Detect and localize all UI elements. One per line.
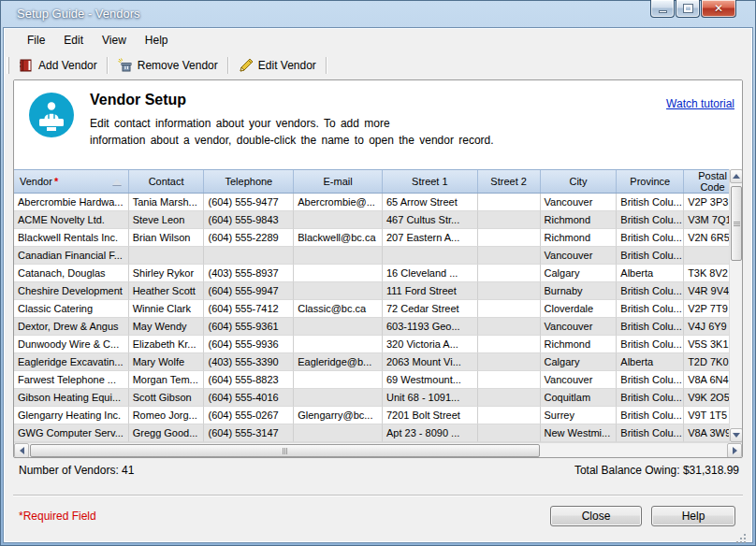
table-cell: Cloverdale — [541, 300, 618, 318]
column-label: Street 2 — [490, 176, 527, 187]
table-cell: Burnaby — [541, 282, 618, 300]
table-cell: (604) 555-8823 — [204, 371, 294, 389]
table-cell: 603-1193 Geo... — [383, 318, 478, 336]
table-cell — [294, 424, 383, 442]
table-cell: Eagleridge@b... — [294, 353, 383, 371]
table-cell: 467 Cultus Str... — [383, 211, 478, 229]
table-cell — [294, 211, 383, 229]
column-header-contact[interactable]: Contact — [129, 170, 205, 193]
scroll-up-button[interactable] — [730, 169, 743, 183]
column-header-vendor[interactable]: Vendor* — [14, 170, 129, 193]
table-cell: (604) 555-9947 — [204, 282, 294, 300]
close-window-button[interactable]: ✕ — [701, 0, 736, 18]
horizontal-scroll-thumb[interactable] — [30, 444, 540, 457]
table-cell: Gregg Good... — [129, 424, 205, 442]
table-row[interactable]: Classic CateringWinnie Clark(604) 555-74… — [14, 300, 742, 318]
minimize-button[interactable] — [650, 0, 675, 18]
column-header-telephone[interactable]: Telephone — [204, 170, 294, 193]
table-header-row: Vendor*ContactTelephoneE-mailStreet 1Str… — [14, 169, 742, 194]
table-row[interactable]: Eagleridge Excavatin...Mary Wolfe(403) 5… — [14, 353, 742, 371]
table-cell: Richmond — [541, 336, 618, 353]
table-row[interactable]: GWG Computer Serv...Gregg Good...(604) 5… — [14, 424, 742, 442]
table-row[interactable]: Catanach, DouglasShirley Rykor(403) 555-… — [14, 265, 742, 282]
table-cell — [478, 318, 541, 336]
maximize-button[interactable] — [676, 0, 700, 18]
close-icon: ✕ — [714, 3, 723, 14]
scroll-left-button[interactable] — [14, 443, 29, 458]
table-row[interactable]: Dunwoody Wire & C...Elizabeth Kr...(604)… — [14, 336, 742, 353]
table-cell — [129, 247, 205, 265]
table-row[interactable]: Farwest Telephone ...Morgan Tem...(604) … — [14, 371, 742, 389]
table-cell: Calgary — [541, 265, 618, 282]
footer-divider — [13, 495, 743, 496]
horizontal-scrollbar[interactable] — [14, 442, 742, 457]
table-cell — [478, 229, 541, 247]
column-header-province[interactable]: Province — [617, 170, 684, 193]
vendor-setup-description-line1: Edit contact information about your vend… — [90, 117, 390, 130]
remove-vendor-button[interactable]: Remove Vendor — [112, 55, 224, 76]
table-cell: British Colu... — [617, 282, 684, 300]
column-label: Province — [630, 176, 670, 187]
table-cell — [478, 353, 541, 371]
menu-view[interactable]: View — [94, 31, 135, 50]
help-button[interactable]: Help — [651, 506, 735, 526]
table-row[interactable]: Cheshire DevelopmentHeather Scott(604) 5… — [14, 282, 742, 300]
table-cell: British Colu... — [617, 407, 684, 424]
table-cell: Surrey — [541, 407, 618, 424]
menu-file[interactable]: File — [19, 31, 53, 50]
table-cell: Scott Gibson — [129, 389, 205, 407]
table-cell — [478, 407, 541, 424]
table-row[interactable]: Glengarry Heating Inc.Romeo Jorg...(604)… — [14, 407, 742, 424]
panel-header: Vendor Setup Edit contact information ab… — [14, 80, 742, 169]
table-row[interactable]: Blackwell Rentals Inc.Brian Wilson(604) … — [14, 229, 742, 247]
table-cell — [383, 247, 478, 265]
table-cell: Farwest Telephone ... — [14, 371, 129, 389]
add-vendor-book-icon — [19, 58, 34, 73]
thumb-grip — [734, 222, 740, 223]
sort-ascending-icon — [112, 179, 122, 185]
vertical-scrollbar[interactable] — [729, 169, 742, 442]
table-cell — [294, 336, 383, 353]
column-header-city[interactable]: City — [541, 170, 618, 193]
menu-help[interactable]: Help — [137, 31, 177, 50]
resize-grip[interactable] — [744, 534, 746, 536]
title-bar[interactable]: Setup Guide - Vendors ✕ — [0, 0, 756, 28]
scroll-right-button[interactable] — [727, 443, 742, 458]
column-header-street-1[interactable]: Street 1 — [383, 170, 478, 193]
table-cell — [478, 336, 541, 353]
add-vendor-button[interactable]: Add Vendor — [13, 55, 103, 76]
table-row[interactable]: ACME Novelty Ltd.Steve Leon(604) 555-984… — [14, 211, 742, 229]
table-cell: Abercrombie Hardwa... — [14, 194, 129, 211]
table-row[interactable]: Gibson Heating Equi...Scott Gibson(604) … — [14, 389, 742, 407]
table-cell: (604) 555-9843 — [204, 211, 294, 229]
table-cell: 16 Cleveland ... — [383, 265, 478, 282]
table-cell: Tania Marsh... — [129, 194, 205, 211]
menu-edit[interactable]: Edit — [55, 31, 92, 50]
table-cell: Glengarry Heating Inc. — [14, 407, 129, 424]
table-row[interactable]: Canadian Financial F...VancouverBritish … — [14, 247, 742, 265]
close-button[interactable]: Close — [550, 506, 642, 526]
table-cell: Gibson Heating Equi... — [14, 389, 129, 407]
table-row[interactable]: Dextor, Drew & AngusMay Wendy(604) 555-9… — [14, 318, 742, 336]
watch-tutorial-link[interactable]: Watch tutorial — [666, 97, 734, 110]
table-cell: Steve Leon — [129, 211, 205, 229]
column-header-street-2[interactable]: Street 2 — [478, 170, 541, 193]
table-cell: Vancouver — [541, 247, 618, 265]
vendor-setup-panel: Vendor Setup Edit contact information ab… — [13, 79, 743, 458]
table-cell: (604) 555-3147 — [204, 424, 294, 442]
column-label: City — [569, 176, 587, 187]
table-cell: Dunwoody Wire & C... — [14, 336, 129, 353]
column-label: E-mail — [324, 176, 353, 187]
table-cell: Catanach, Douglas — [14, 265, 129, 282]
table-cell: Alberta — [617, 353, 684, 371]
vendor-table: Vendor*ContactTelephoneE-mailStreet 1Str… — [14, 169, 742, 442]
scroll-down-button[interactable] — [730, 428, 743, 442]
edit-vendor-button[interactable]: Edit Vendor — [233, 55, 322, 76]
table-cell: 7201 Bolt Street — [383, 407, 478, 424]
table-cell: British Colu... — [617, 318, 684, 336]
table-cell: (604) 555-9477 — [204, 194, 294, 211]
table-cell: Blackwell@bc.ca — [294, 229, 383, 247]
table-row[interactable]: Abercrombie Hardwa...Tania Marsh...(604)… — [14, 194, 742, 211]
vertical-scroll-thumb[interactable] — [731, 186, 742, 261]
column-header-e-mail[interactable]: E-mail — [294, 170, 383, 193]
